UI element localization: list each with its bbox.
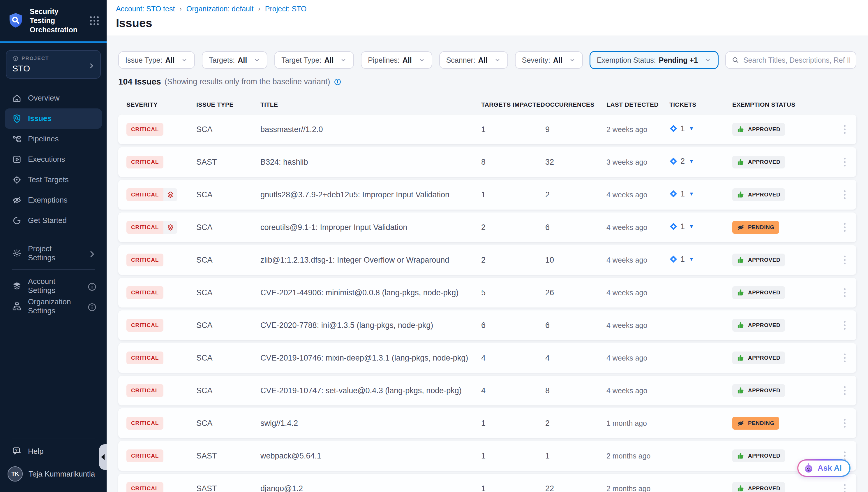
row-menu-button[interactable] xyxy=(838,122,852,137)
table-row[interactable]: CRITICAL SAST webpack@5.64.1 1 1 2 month… xyxy=(118,441,856,471)
severity-cell: CRITICAL xyxy=(126,156,196,169)
table-row[interactable]: CRITICAL SCA zlib@1:1.2.13.dfsg-1: Integ… xyxy=(118,245,856,275)
severity-label: CRITICAL xyxy=(126,188,163,201)
row-menu-button[interactable] xyxy=(838,318,852,332)
svg-text:?: ? xyxy=(15,448,18,452)
ticket-dropdown[interactable]: 1 ▼ xyxy=(669,222,694,231)
table-row[interactable]: CRITICAL SAST django@1.2 1 22 2 months a… xyxy=(118,474,856,492)
sidebar-item-issues[interactable]: Issues xyxy=(5,108,102,129)
ask-ai-button[interactable]: Ask AI xyxy=(797,459,850,477)
status-icon xyxy=(737,419,744,427)
filter-severity[interactable]: Severity:All xyxy=(515,51,583,69)
issue-type: SCA xyxy=(196,125,260,134)
last-detected: 4 weeks ago xyxy=(606,191,669,199)
row-menu-button[interactable] xyxy=(838,155,852,169)
pipeline-icon xyxy=(12,134,22,144)
search-input[interactable] xyxy=(743,56,850,65)
info-icon[interactable] xyxy=(87,302,95,310)
help-button[interactable]: ? Help xyxy=(0,441,107,462)
row-menu-button[interactable] xyxy=(838,188,852,202)
last-detected: 4 weeks ago xyxy=(606,289,669,297)
filter-exemption-status[interactable]: Exemption Status:Pending +1 xyxy=(590,51,718,69)
issue-title: swig//1.4.2 xyxy=(260,419,481,428)
col-targets-impacted: TARGETS IMPACTED xyxy=(481,101,545,108)
issue-title: coreutils@9.1-1: Improper Input Validati… xyxy=(260,223,481,232)
actions-cell xyxy=(828,482,852,492)
severity-badge: CRITICAL xyxy=(126,384,163,397)
sidebar-item-overview[interactable]: Overview xyxy=(5,88,102,108)
breadcrumb-account[interactable]: Account: STO test xyxy=(116,5,175,13)
app-switcher-icon[interactable] xyxy=(89,16,100,26)
issue-type: SCA xyxy=(196,288,260,297)
severity-label: CRITICAL xyxy=(126,253,163,266)
ticket-dropdown[interactable]: 1 ▼ xyxy=(669,255,694,264)
ticket-dropdown[interactable]: 1 ▼ xyxy=(669,124,694,133)
status-badge: PENDING xyxy=(732,221,779,234)
table-row[interactable]: CRITICAL SCA coreutils@9.1-1: Improper I… xyxy=(118,213,856,242)
filter-issue-type[interactable]: Issue Type:All xyxy=(118,51,195,69)
row-menu-button[interactable] xyxy=(838,351,852,365)
table-row[interactable]: CRITICAL SCA CVE-2021-44906: minimist@0.… xyxy=(118,278,856,308)
table-row[interactable]: CRITICAL SCA bassmaster//1.2.0 1 9 2 wee… xyxy=(118,115,856,144)
search-box[interactable] xyxy=(725,51,856,69)
table-row[interactable]: CRITICAL SCA swig//1.4.2 1 2 1 month ago… xyxy=(118,408,856,438)
table-row[interactable]: CRITICAL SCA CVE-2019-10747: set-value@0… xyxy=(118,376,856,405)
divider xyxy=(12,438,95,438)
severity-cell: CRITICAL xyxy=(126,221,196,234)
ticket-count: 1 xyxy=(680,190,685,198)
filter-targets[interactable]: Targets:All xyxy=(202,51,267,69)
sidebar-item-pipelines[interactable]: Pipelines xyxy=(5,129,102,149)
row-menu-button[interactable] xyxy=(838,286,852,300)
table-row[interactable]: CRITICAL SCA CVE-2019-10746: mixin-deep@… xyxy=(118,343,856,373)
ticket-dropdown[interactable]: 1 ▼ xyxy=(669,190,694,198)
row-menu-button[interactable] xyxy=(838,220,852,234)
thumbs-up-icon xyxy=(737,191,744,198)
row-menu-button[interactable] xyxy=(838,416,852,430)
table-row[interactable]: CRITICAL SAST B324: hashlib 8 32 3 weeks… xyxy=(118,147,856,177)
col-last-detected: LAST DETECTED xyxy=(606,101,669,108)
chevron-right-icon xyxy=(87,249,95,257)
status-badge: APPROVED xyxy=(732,253,785,266)
status-icon xyxy=(737,224,744,231)
row-menu-button[interactable] xyxy=(838,384,852,398)
issue-type: SCA xyxy=(196,321,260,330)
sidebar-item-exemptions[interactable]: Exemptions xyxy=(5,190,102,211)
tickets-cell: 1 ▼ xyxy=(669,124,732,135)
issue-type: SCA xyxy=(196,353,260,363)
table-row[interactable]: CRITICAL SCA gnutls28@3.7.9-2+deb12u5: I… xyxy=(118,180,856,210)
breadcrumb-organization[interactable]: Organization: default xyxy=(186,5,254,13)
row-menu-button[interactable] xyxy=(838,253,852,267)
info-icon[interactable] xyxy=(334,78,341,86)
chevron-down-icon xyxy=(254,56,260,64)
row-menu-button[interactable] xyxy=(838,482,852,492)
tickets-cell: 2 ▼ xyxy=(669,157,732,168)
exemption-status-cell: PENDING xyxy=(732,417,828,429)
chevron-down-icon xyxy=(569,56,576,64)
severity-cell: CRITICAL xyxy=(126,319,196,332)
issue-type: SCA xyxy=(196,419,260,428)
filter-pipelines[interactable]: Pipelines:All xyxy=(361,51,432,69)
info-icon[interactable] xyxy=(87,282,95,290)
sidebar-item-get-started[interactable]: Get Started xyxy=(5,211,102,231)
table-row[interactable]: CRITICAL SCA CVE-2020-7788: ini@1.3.5 (l… xyxy=(118,311,856,340)
sidebar-item-label: Exemptions xyxy=(28,196,68,205)
severity-badge: CRITICAL xyxy=(126,253,163,266)
sidebar-item-account-settings[interactable]: Account Settings xyxy=(5,276,102,296)
ticket-dropdown[interactable]: 2 ▼ xyxy=(669,157,694,166)
sidebar-item-project-settings[interactable]: Project Settings xyxy=(5,243,102,264)
sidebar-collapse-handle[interactable] xyxy=(99,444,107,470)
occurrences: 2 xyxy=(545,419,606,428)
breadcrumb-project[interactable]: Project: STO xyxy=(265,5,307,13)
issue-type: SCA xyxy=(196,255,260,265)
col-exemption-status: EXEMPTION STATUS xyxy=(732,101,828,108)
user-menu[interactable]: TK Teja Kummarikuntla xyxy=(0,462,107,492)
col-severity: SEVERITY xyxy=(126,101,196,108)
sidebar-item-executions[interactable]: Executions xyxy=(5,149,102,170)
sidebar-item-organization-settings[interactable]: Organization Settings xyxy=(5,296,102,317)
filter-target-type[interactable]: Target Type:All xyxy=(274,51,354,69)
sidebar-item-test-targets[interactable]: Test Targets xyxy=(5,170,102,190)
project-selector[interactable]: PROJECT STO xyxy=(6,50,101,79)
severity-badge: CRITICAL xyxy=(126,482,163,492)
filter-scanner[interactable]: Scanner:All xyxy=(439,51,508,69)
targets-impacted: 4 xyxy=(481,386,545,395)
